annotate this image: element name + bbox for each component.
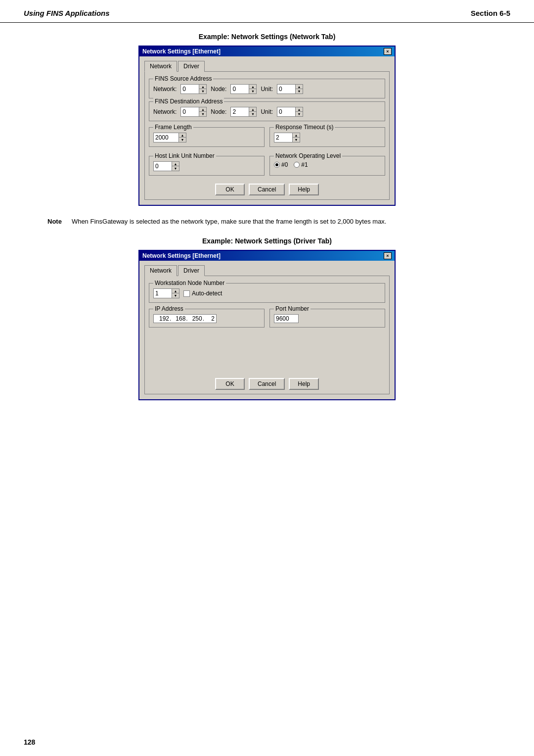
dst-node-spinner[interactable]: ▲ ▼ xyxy=(230,107,257,117)
port-number-input[interactable] xyxy=(274,314,299,323)
src-network-down[interactable]: ▼ xyxy=(199,89,206,94)
ip-dot1: . xyxy=(170,315,171,322)
tab2-network[interactable]: Network xyxy=(144,265,177,276)
dst-network-spin-btns: ▲ ▼ xyxy=(199,107,206,116)
radio-item-0[interactable]: #0 xyxy=(274,161,288,168)
dialog2-help-button[interactable]: Help xyxy=(289,378,319,390)
dst-unit-input[interactable] xyxy=(277,107,295,116)
dialog2-close-icon[interactable]: × xyxy=(384,252,392,259)
dialog2-tabs: Network Driver xyxy=(144,265,390,276)
note-label: Note xyxy=(47,218,62,225)
tab-network[interactable]: Network xyxy=(144,61,177,72)
dst-unit-up[interactable]: ▲ xyxy=(296,107,303,112)
host-link-label: Host Link Unit Number xyxy=(153,152,216,159)
fins-source-label: FINS Source Address xyxy=(153,75,213,82)
frame-up[interactable]: ▲ xyxy=(179,133,186,138)
host-up[interactable]: ▲ xyxy=(172,162,179,166)
port-number-group: Port Number xyxy=(269,309,385,328)
frame-down[interactable]: ▼ xyxy=(179,138,186,142)
response-timeout-spinner[interactable]: ▲ ▼ xyxy=(274,133,300,142)
response-timeout-input[interactable] xyxy=(274,133,292,142)
workstation-down[interactable]: ▼ xyxy=(172,293,179,298)
ip-oct4[interactable] xyxy=(205,315,215,322)
src-node-down[interactable]: ▼ xyxy=(249,89,256,94)
src-network-up[interactable]: ▲ xyxy=(199,85,206,89)
src-network-input[interactable] xyxy=(181,85,199,94)
dialog2-tab-content: Workstation Node Number ▲ ▼ Auto-detect xyxy=(144,276,390,394)
src-unit-input[interactable] xyxy=(277,85,295,94)
tab-driver[interactable]: Driver xyxy=(178,61,205,72)
host-down[interactable]: ▼ xyxy=(172,166,179,171)
frame-length-group: Frame Length ▲ ▼ xyxy=(149,127,265,147)
radio-0-label: #0 xyxy=(281,161,288,168)
dst-unit-spinner[interactable]: ▲ ▼ xyxy=(277,107,303,117)
ip-dot2: . xyxy=(186,315,187,322)
dst-unit-down[interactable]: ▼ xyxy=(296,112,303,116)
dialog2-body: Network Driver Workstation Node Number ▲… xyxy=(139,261,395,399)
ip-address-label: IP Address xyxy=(153,305,185,312)
dst-network-up[interactable]: ▲ xyxy=(199,107,206,112)
frame-length-input[interactable] xyxy=(154,133,178,142)
dst-network-label: Network: xyxy=(153,108,177,115)
src-unit-down[interactable]: ▼ xyxy=(296,89,303,94)
src-unit-spinner[interactable]: ▲ ▼ xyxy=(277,84,303,94)
host-link-content: ▲ ▼ xyxy=(153,161,260,171)
radio-1-circle[interactable] xyxy=(294,162,300,168)
ip-address-field[interactable]: . . . xyxy=(153,314,217,323)
tab2-driver[interactable]: Driver xyxy=(178,265,205,276)
workstation-node-spinner[interactable]: ▲ ▼ xyxy=(153,288,179,298)
dst-network-input[interactable] xyxy=(181,107,199,116)
src-node-spinner[interactable]: ▲ ▼ xyxy=(230,84,257,94)
dst-node-up[interactable]: ▲ xyxy=(249,107,256,112)
port-number-label: Port Number xyxy=(274,305,311,312)
response-timeout-content: ▲ ▼ xyxy=(274,133,381,142)
dst-network-spinner[interactable]: ▲ ▼ xyxy=(180,107,207,117)
workstation-node-input[interactable] xyxy=(154,289,172,298)
dialog2-cancel-button[interactable]: Cancel xyxy=(249,378,285,390)
port-number-content xyxy=(274,314,381,323)
response-down[interactable]: ▼ xyxy=(293,138,300,142)
frame-length-spinner[interactable]: ▲ ▼ xyxy=(153,133,186,142)
fins-dest-label: FINS Destination Address xyxy=(153,98,224,105)
workstation-node-label: Workstation Node Number xyxy=(153,280,226,286)
network-op-label: Network Operating Level xyxy=(274,152,342,159)
response-up[interactable]: ▲ xyxy=(293,133,300,138)
dst-node-input[interactable] xyxy=(231,107,249,116)
radio-1-label: #1 xyxy=(301,161,308,168)
dialog1-help-button[interactable]: Help xyxy=(289,184,319,195)
host-link-input[interactable] xyxy=(154,162,172,171)
dialog1-body: Network Driver FINS Source Address Netwo… xyxy=(139,56,395,205)
network-op-radios: #0 #1 xyxy=(274,161,381,168)
radio-0-circle[interactable] xyxy=(274,162,280,168)
note-text: When FinsGateway is selected as the netw… xyxy=(72,218,387,225)
workstation-up[interactable]: ▲ xyxy=(172,289,179,293)
auto-detect-wrap[interactable]: Auto-detect xyxy=(183,290,222,297)
ip-oct1[interactable] xyxy=(155,315,169,322)
page-number: 128 xyxy=(24,738,35,746)
frame-spin-btns: ▲ ▼ xyxy=(178,133,186,142)
dialog1-tabs: Network Driver xyxy=(144,60,390,71)
src-network-spinner[interactable]: ▲ ▼ xyxy=(180,84,207,94)
src-node-input[interactable] xyxy=(231,85,249,94)
auto-detect-checkbox[interactable] xyxy=(183,290,190,297)
ip-port-row: IP Address . . . xyxy=(149,306,385,331)
dialog1-ok-button[interactable]: OK xyxy=(215,184,245,195)
fins-source-group: FINS Source Address Network: ▲ ▼ Node: xyxy=(149,79,385,98)
dst-unit-label: Unit: xyxy=(261,108,273,115)
host-link-spinner[interactable]: ▲ ▼ xyxy=(153,161,179,171)
dialog1-cancel-button[interactable]: Cancel xyxy=(249,184,285,195)
dst-node-down[interactable]: ▼ xyxy=(249,112,256,116)
src-node-spin-btns: ▲ ▼ xyxy=(249,85,256,94)
src-node-up[interactable]: ▲ xyxy=(249,85,256,89)
src-unit-up[interactable]: ▲ xyxy=(296,85,303,89)
close-icon[interactable]: × xyxy=(384,48,392,55)
ip-oct3[interactable] xyxy=(188,315,202,322)
dialog-network: Network Settings [Ethernet] × Network Dr… xyxy=(138,46,396,206)
dst-network-down[interactable]: ▼ xyxy=(199,112,206,116)
dialog2-ok-button[interactable]: OK xyxy=(215,378,245,390)
page-header: Using FINS Applications Section 6-5 xyxy=(0,0,534,23)
dialog2-titlebar: Network Settings [Ethernet] × xyxy=(139,251,395,261)
dst-node-label: Node: xyxy=(211,108,226,115)
ip-oct2[interactable] xyxy=(172,315,185,322)
radio-item-1[interactable]: #1 xyxy=(294,161,308,168)
